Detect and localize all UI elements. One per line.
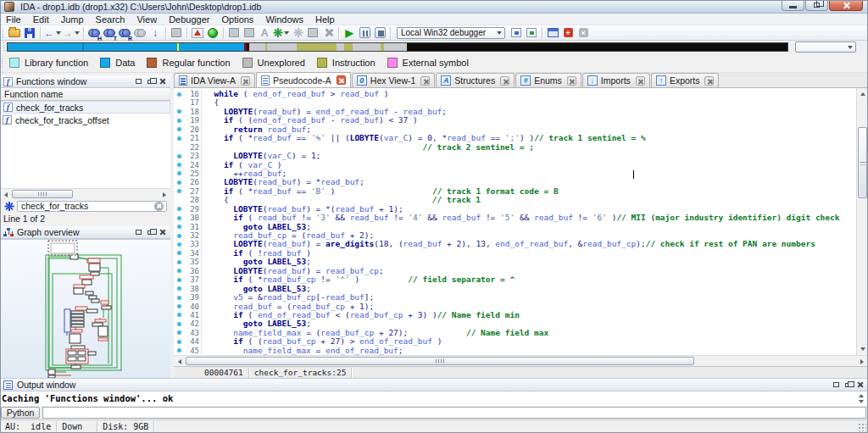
tab-structures[interactable]: AStructures <box>436 73 515 87</box>
menu-view[interactable]: View <box>131 14 163 25</box>
tab-exports[interactable]: ↑Exports <box>651 73 720 87</box>
tab-close-button[interactable] <box>704 76 714 86</box>
menu-search[interactable]: Search <box>90 14 131 25</box>
debugger-select[interactable]: Local Win32 debugger <box>397 27 505 39</box>
save-button[interactable] <box>23 26 36 40</box>
menu-windows[interactable]: Windows <box>259 14 309 25</box>
panel-maximize-button[interactable] <box>132 76 144 86</box>
restore-button[interactable] <box>805 0 828 11</box>
panel-close-button[interactable] <box>156 227 168 237</box>
open-chart-button[interactable] <box>227 26 241 40</box>
scroll-down-button[interactable] <box>857 344 868 353</box>
search-next-button[interactable] <box>133 26 147 40</box>
functions-window-header[interactable]: f Functions window <box>0 75 170 88</box>
python-cli-button[interactable]: Python <box>1 407 40 419</box>
function-filter-field[interactable]: check_for_tracks <box>17 201 167 212</box>
tab-close-button[interactable] <box>567 76 576 86</box>
panel-maximize-button[interactable] <box>132 227 144 237</box>
tab-close-button[interactable] <box>241 76 250 86</box>
search-string-button[interactable]: T <box>103 26 116 40</box>
menu-jump[interactable]: Jump <box>55 14 90 25</box>
function-list-hscrollbar[interactable] <box>0 188 170 199</box>
pseudocode-hscrollbar[interactable] <box>174 355 868 366</box>
messages-view-button[interactable] <box>191 26 204 40</box>
step-into-button[interactable] <box>509 26 523 40</box>
scroll-up-button[interactable] <box>857 89 868 98</box>
pause-process-button[interactable] <box>358 26 371 40</box>
panel-close-button[interactable] <box>156 76 168 86</box>
scroll-right-button[interactable] <box>857 357 867 366</box>
open-button[interactable] <box>8 26 21 40</box>
open-calls-button[interactable] <box>242 26 256 40</box>
tab-imports[interactable]: ↓Imports <box>582 73 650 87</box>
scroll-right-button[interactable] <box>159 190 170 199</box>
panel-float-button[interactable] <box>144 227 156 237</box>
legend-grip[interactable] <box>1 58 4 68</box>
code-line-16[interactable]: 16 while ( end_of_read_buf > read_buf ) <box>174 90 856 98</box>
output-log[interactable]: Caching 'Functions window'... ok <box>0 391 868 406</box>
close-button[interactable] <box>829 0 863 11</box>
output-window-header[interactable]: Output window <box>0 378 868 391</box>
delete-function-button[interactable] <box>321 26 335 40</box>
navigation-band[interactable] <box>7 42 788 52</box>
add-breakpoint-button[interactable]: + <box>561 26 575 40</box>
tab-enums[interactable]: #Enums <box>515 73 581 87</box>
back-button[interactable]: ← <box>44 26 61 40</box>
tab-hex-view-1[interactable]: 0Hex View-1 <box>352 73 436 87</box>
panel-float-button[interactable] <box>842 380 854 390</box>
hscroll-thumb[interactable] <box>12 190 73 198</box>
pseudocode-view[interactable]: 16 while ( end_of_read_buf > read_buf )1… <box>174 88 868 355</box>
scroll-left-button[interactable] <box>1 190 11 199</box>
debugger-state-button[interactable] <box>206 26 220 40</box>
menu-debugger[interactable]: Debugger <box>163 14 215 25</box>
panel-close-button[interactable] <box>854 380 865 390</box>
tab-pseudocode-a[interactable]: Pseudocode-A <box>256 72 351 87</box>
debug-windows-button[interactable] <box>546 26 559 40</box>
set-type-button[interactable] <box>306 26 320 40</box>
minimize-button[interactable] <box>782 0 804 11</box>
tab-close-button[interactable] <box>636 76 645 86</box>
tab-close-button[interactable] <box>337 75 346 85</box>
jump-address-button[interactable]: ↓ <box>148 26 162 40</box>
menu-options[interactable]: Options <box>215 14 259 25</box>
scroll-left-button[interactable] <box>175 357 185 366</box>
menu-edit[interactable]: Edit <box>27 14 55 25</box>
code-line-45[interactable]: 45 name_field_max = end_of_read_buf; <box>174 347 856 355</box>
function-row-check_for_tracks_offset[interactable]: fcheck_for_tracks_offset <box>0 114 170 126</box>
function-row-check_for_tracks[interactable]: fcheck_for_tracks <box>0 101 170 114</box>
graph-overview-canvas[interactable] <box>0 239 170 380</box>
menu-help[interactable]: Help <box>309 14 341 25</box>
cli-input[interactable] <box>42 407 866 419</box>
panel-maximize-button[interactable] <box>830 380 842 390</box>
hscroll-thumb[interactable] <box>186 357 694 365</box>
toolbar-grip[interactable] <box>2 28 5 38</box>
start-process-button[interactable]: ▶ <box>342 26 356 40</box>
search-text-button[interactable]: H <box>87 26 101 40</box>
pseudocode-vscrollbar[interactable] <box>856 88 868 355</box>
rename-button[interactable]: A <box>258 26 271 40</box>
navband-scale-select[interactable] <box>795 42 856 53</box>
tab-close-button[interactable] <box>500 76 509 86</box>
vscroll-thumb[interactable] <box>858 127 867 198</box>
delete-breakpoint-button[interactable]: × <box>576 26 590 40</box>
clear-filter-icon[interactable] <box>154 202 164 211</box>
search-regex-button[interactable]: R <box>118 26 131 40</box>
tab-close-button[interactable] <box>420 76 430 86</box>
stop-process-button[interactable] <box>373 26 387 40</box>
panel-float-button[interactable] <box>144 76 156 86</box>
navband-grip[interactable] <box>3 42 6 52</box>
forward-button[interactable]: → <box>63 26 80 40</box>
legend-row: Library functionDataRegular functionUnex… <box>0 53 868 73</box>
menu-file[interactable]: File <box>0 14 27 25</box>
graph-overview-header[interactable]: Graph overview <box>0 225 170 239</box>
create-function-button[interactable] <box>273 26 289 40</box>
function-name-column-header[interactable]: Function name <box>0 88 170 101</box>
edit-function-button[interactable] <box>291 26 304 40</box>
tab-ida-view-a[interactable]: IDA View-A <box>174 73 255 87</box>
resize-grip-icon[interactable] <box>858 423 866 431</box>
run-to-cursor-button[interactable] <box>525 26 538 40</box>
log-scrollbar[interactable] <box>856 392 866 405</box>
line-number: 39 <box>185 293 199 302</box>
title-bar[interactable]: IDA - drop1.idb (drop1.x32) C:\Users\Joh… <box>0 0 868 14</box>
undo-nav-button[interactable] <box>170 26 183 40</box>
